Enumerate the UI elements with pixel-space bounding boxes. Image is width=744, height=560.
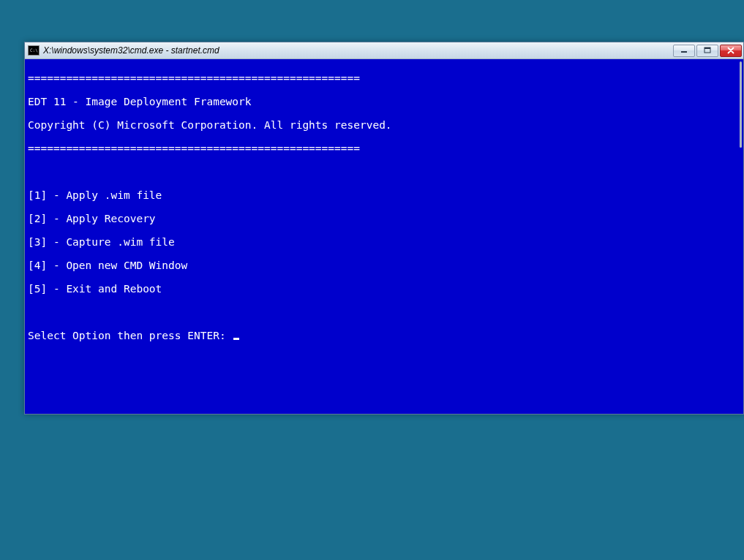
blank-line [28, 306, 735, 318]
divider-line: ========================================… [28, 143, 735, 154]
terminal-area: ========================================… [25, 59, 743, 414]
window-title: X:\windows\system32\cmd.exe - startnet.c… [43, 45, 673, 56]
window-controls [673, 45, 742, 57]
copyright-line: Copyright (C) Microsoft Corporation. All… [28, 119, 735, 131]
menu-option: [3] - Capture .wim file [28, 236, 735, 248]
menu-option: [1] - Apply .wim file [28, 189, 735, 201]
divider-line: ========================================… [28, 72, 735, 84]
svg-rect-0 [681, 51, 687, 53]
cursor [233, 338, 239, 340]
scroll-thumb[interactable] [740, 61, 742, 148]
close-button[interactable] [720, 45, 742, 57]
svg-rect-1 [704, 48, 710, 53]
header-line: EDT 11 - Image Deployment Framework [28, 96, 735, 107]
cmd-window: X:\windows\system32\cmd.exe - startnet.c… [24, 42, 744, 415]
maximize-button[interactable] [696, 45, 718, 57]
menu-option: [4] - Open new CMD Window [28, 260, 735, 271]
prompt-line: Select Option then press ENTER: [28, 330, 735, 341]
cmd-icon [28, 45, 40, 56]
maximize-icon [704, 47, 711, 54]
scrollbar[interactable] [738, 59, 743, 414]
terminal-output[interactable]: ========================================… [25, 59, 738, 414]
prompt-text: Select Option then press ENTER: [28, 330, 232, 341]
close-icon [727, 47, 734, 54]
titlebar[interactable]: X:\windows\system32\cmd.exe - startnet.c… [25, 42, 743, 59]
minimize-button[interactable] [673, 45, 695, 57]
menu-option: [5] - Exit and Reboot [28, 283, 735, 295]
minimize-icon [680, 47, 688, 54]
blank-line [28, 166, 735, 178]
menu-option: [2] - Apply Recovery [28, 213, 735, 224]
svg-rect-2 [704, 48, 710, 49]
